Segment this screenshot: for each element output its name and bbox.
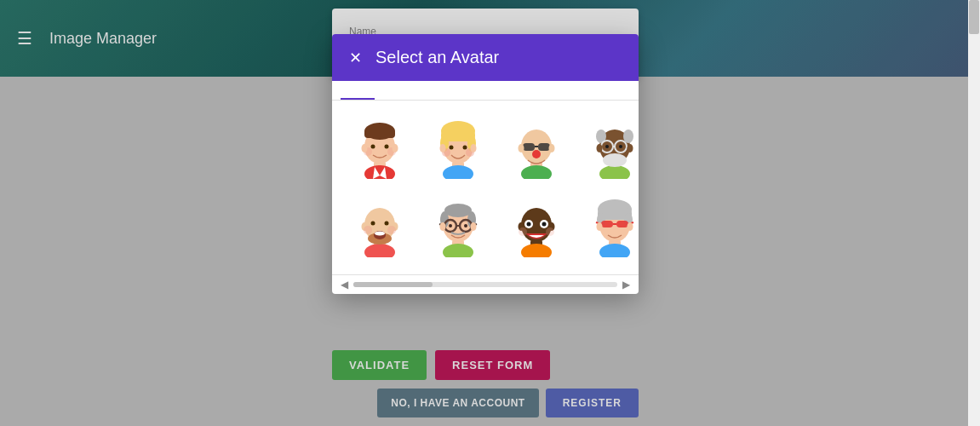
svg-point-73 xyxy=(464,224,467,227)
svg-point-99 xyxy=(597,222,603,231)
avatar-modal: ✕ Select an Avatar xyxy=(332,34,639,294)
modal-tab-2[interactable] xyxy=(375,81,409,100)
svg-point-46 xyxy=(628,144,633,153)
scroll-right-arrow[interactable]: ▶ xyxy=(621,279,632,291)
avatar-2-image xyxy=(427,118,489,179)
svg-rect-94 xyxy=(601,221,613,227)
svg-point-47 xyxy=(605,145,609,148)
modal-tabs xyxy=(332,81,639,101)
avatar-item-8[interactable] xyxy=(576,187,639,266)
modal-tab-4[interactable] xyxy=(443,81,477,100)
svg-point-28 xyxy=(521,165,552,179)
avatar-grid xyxy=(332,101,639,274)
svg-point-56 xyxy=(375,232,385,236)
avatar-5-image xyxy=(349,196,410,257)
svg-rect-95 xyxy=(616,221,628,227)
svg-point-45 xyxy=(597,144,603,153)
svg-point-72 xyxy=(449,224,452,227)
svg-rect-30 xyxy=(523,143,535,151)
avatar-item-4[interactable] xyxy=(576,109,639,187)
svg-point-59 xyxy=(364,226,372,234)
avatar-item-7[interactable] xyxy=(497,187,576,266)
avatar-item-1[interactable] xyxy=(341,109,419,187)
avatar-item-5[interactable] xyxy=(341,187,419,266)
svg-point-53 xyxy=(371,222,375,226)
svg-point-9 xyxy=(385,145,389,149)
modal-header: ✕ Select an Avatar xyxy=(332,34,639,81)
svg-point-15 xyxy=(443,165,473,179)
avatar-item-2[interactable] xyxy=(419,109,497,187)
svg-point-33 xyxy=(532,150,541,158)
page-scrollbar[interactable] xyxy=(968,0,980,426)
scroll-thumb xyxy=(353,282,433,287)
svg-point-25 xyxy=(440,144,446,153)
svg-point-12 xyxy=(362,144,368,153)
svg-point-88 xyxy=(599,244,630,257)
modal-title: Select an Avatar xyxy=(375,48,499,67)
svg-point-50 xyxy=(364,244,395,257)
svg-point-64 xyxy=(444,204,472,217)
avatar-1-image xyxy=(349,118,410,179)
page-scroll-thumb xyxy=(969,0,979,34)
svg-point-44 xyxy=(603,153,627,167)
avatar-6-image xyxy=(427,196,489,257)
avatar-4-image xyxy=(584,118,639,179)
svg-point-75 xyxy=(471,222,477,231)
svg-point-8 xyxy=(371,145,375,149)
scroll-track[interactable] xyxy=(353,282,617,287)
svg-point-22 xyxy=(463,146,467,150)
avatar-item-3[interactable] xyxy=(497,109,576,187)
modal-close-button[interactable]: ✕ xyxy=(349,50,362,66)
svg-point-35 xyxy=(549,144,555,153)
avatar-8-image xyxy=(584,196,639,257)
modal-scrollbar: ◀ ▶ xyxy=(332,274,639,294)
avatar-item-6[interactable] xyxy=(419,187,497,266)
modal-tab-1[interactable] xyxy=(341,81,375,100)
svg-point-13 xyxy=(393,144,398,153)
avatar-7-image xyxy=(506,196,567,257)
svg-point-60 xyxy=(387,226,396,234)
svg-point-85 xyxy=(519,227,527,236)
svg-point-82 xyxy=(542,222,547,227)
svg-point-62 xyxy=(443,244,473,257)
svg-point-81 xyxy=(527,222,531,227)
avatar-3-image xyxy=(506,118,567,179)
svg-point-100 xyxy=(628,222,633,231)
svg-point-77 xyxy=(521,244,552,257)
svg-point-48 xyxy=(619,145,622,148)
svg-point-74 xyxy=(440,222,446,231)
svg-point-86 xyxy=(546,227,554,236)
svg-point-34 xyxy=(519,144,524,153)
svg-rect-31 xyxy=(538,143,550,151)
svg-rect-7 xyxy=(364,130,395,138)
scroll-left-arrow[interactable]: ◀ xyxy=(339,279,350,291)
svg-point-21 xyxy=(450,146,454,150)
svg-point-54 xyxy=(385,222,389,226)
svg-point-37 xyxy=(599,165,630,179)
svg-point-26 xyxy=(471,144,477,153)
modal-tab-3[interactable] xyxy=(409,81,443,100)
